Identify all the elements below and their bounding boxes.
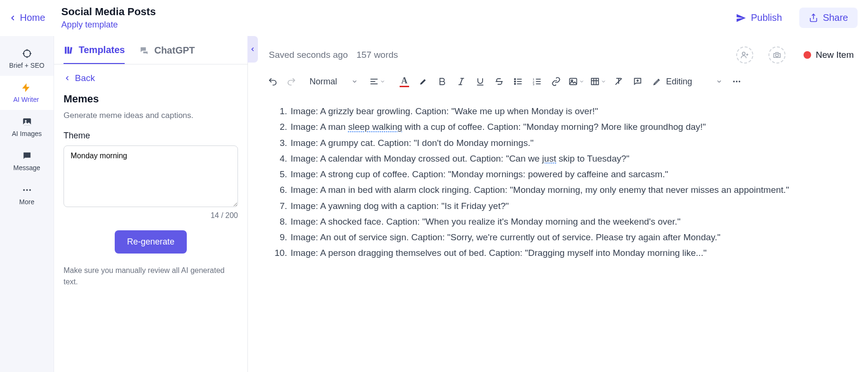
bold-button[interactable]: [434, 73, 451, 90]
sidebar-label: More: [19, 198, 35, 206]
redo-button[interactable]: [283, 73, 300, 90]
chevron-left-icon: [9, 14, 17, 22]
strikethrough-button[interactable]: [491, 73, 508, 90]
svg-point-9: [26, 189, 28, 191]
svg-rect-40: [592, 78, 599, 84]
sidebar-item-ai-writer[interactable]: AI Writer: [0, 76, 54, 110]
list-item[interactable]: Image: A man in bed with alarm clock rin…: [290, 182, 840, 198]
add-media-button[interactable]: [768, 46, 786, 64]
underline-button[interactable]: [472, 73, 489, 90]
share-button[interactable]: Share: [799, 8, 858, 28]
list-item[interactable]: Image: A shocked face. Caption: "When yo…: [290, 214, 840, 229]
list-item[interactable]: Image: A yawning dog with a caption: "Is…: [290, 198, 840, 214]
sidebar-item-more[interactable]: More: [0, 178, 54, 212]
home-label: Home: [20, 12, 45, 23]
list-item[interactable]: Image: A grumpy cat. Caption: "I don't d…: [290, 135, 840, 151]
new-item-status[interactable]: New Item: [804, 50, 854, 60]
chevron-down-icon: [601, 79, 606, 84]
sidebar-label: AI Writer: [13, 96, 39, 103]
image-insert-select[interactable]: [566, 73, 586, 90]
image-icon: [22, 117, 32, 127]
user-plus-icon: [740, 51, 749, 59]
panel-title: Memes: [64, 93, 238, 105]
more-icon: [732, 77, 741, 86]
paragraph-style-select[interactable]: Normal: [305, 74, 363, 90]
chevron-left-icon: [64, 74, 71, 82]
sidebar-label: Message: [13, 164, 40, 172]
editing-mode-select[interactable]: Editing: [653, 77, 722, 87]
editor-content[interactable]: Image: A grizzly bear growling. Caption:…: [248, 99, 868, 271]
theme-field-label: Theme: [64, 131, 238, 141]
home-link[interactable]: Home: [9, 12, 45, 23]
link-button[interactable]: [548, 73, 565, 90]
list-item[interactable]: Image: An out of service sign. Caption: …: [290, 229, 840, 245]
templates-panel: Templates ChatGPT Back Memes Generate me…: [54, 36, 248, 372]
underline-icon: [475, 77, 485, 86]
redo-icon: [287, 77, 296, 86]
clear-format-icon: [614, 77, 623, 86]
italic-button[interactable]: [453, 73, 470, 90]
list-item[interactable]: Image: A person dragging themselves out …: [290, 245, 840, 261]
tab-chatgpt[interactable]: ChatGPT: [139, 45, 195, 64]
svg-line-23: [460, 78, 463, 84]
list-item[interactable]: Image: A calendar with Monday crossed ou…: [290, 151, 840, 166]
editor-toolbar: Normal A: [248, 70, 868, 99]
sidebar: Brief + SEO AI Writer AI Images Message …: [0, 36, 54, 372]
list-item[interactable]: Image: A grizzly bear growling. Caption:…: [290, 103, 840, 119]
back-label: Back: [75, 73, 95, 83]
sidebar-item-brief-seo[interactable]: Brief + SEO: [0, 42, 54, 76]
regenerate-button[interactable]: Re-generate: [115, 230, 187, 254]
chevron-down-icon: [716, 78, 722, 85]
svg-point-47: [733, 81, 735, 82]
add-collaborator-button[interactable]: [736, 46, 753, 64]
tab-templates[interactable]: Templates: [64, 45, 125, 64]
collapse-panel-button[interactable]: [247, 36, 258, 63]
new-item-label: New Item: [816, 50, 854, 60]
chat-icon: [139, 45, 149, 56]
svg-rect-13: [70, 47, 73, 54]
apply-template-link[interactable]: Apply template: [61, 20, 155, 30]
theme-input[interactable]: [64, 145, 238, 207]
clear-formatting-button[interactable]: [610, 73, 627, 90]
tab-label: ChatGPT: [154, 45, 195, 56]
italic-icon: [457, 77, 466, 86]
chevron-down-icon: [579, 79, 585, 84]
align-select[interactable]: [367, 73, 387, 90]
panel-description: Generate meme ideas and captions.: [64, 111, 238, 120]
chevron-down-icon: [380, 79, 385, 84]
table-insert-select[interactable]: [588, 73, 608, 90]
back-link[interactable]: Back: [64, 73, 238, 83]
numbered-list-button[interactable]: 123: [529, 73, 546, 90]
svg-point-8: [23, 189, 25, 191]
svg-point-14: [742, 52, 745, 55]
spelling-suggestion[interactable]: just: [542, 154, 557, 163]
bullet-list-icon: [513, 77, 523, 86]
highlight-button[interactable]: [415, 73, 432, 90]
toolbar-more-button[interactable]: [728, 73, 745, 90]
svg-point-28: [514, 83, 516, 85]
font-color-button[interactable]: A: [396, 73, 413, 90]
publish-button[interactable]: Publish: [728, 9, 790, 27]
send-icon: [736, 13, 746, 23]
comment-button[interactable]: [629, 73, 646, 90]
svg-point-26: [514, 79, 516, 80]
highlighter-icon: [419, 77, 428, 86]
svg-rect-12: [67, 46, 69, 54]
sidebar-label: Brief + SEO: [9, 62, 44, 69]
comment-add-icon: [633, 77, 642, 86]
sidebar-item-message[interactable]: Message: [0, 144, 54, 178]
spelling-suggestion[interactable]: sleep walking: [348, 122, 402, 132]
list-item[interactable]: Image: A strong cup of coffee. Caption: …: [290, 166, 840, 182]
char-count: 14 / 200: [64, 211, 238, 220]
sidebar-item-ai-images[interactable]: AI Images: [0, 110, 54, 144]
chevron-left-icon: [249, 46, 256, 53]
saved-status: Saved seconds ago: [269, 50, 348, 60]
list-item[interactable]: Image: A man sleep walking with a cup of…: [290, 119, 840, 135]
svg-point-7: [25, 120, 27, 122]
chevron-down-icon: [351, 78, 358, 85]
message-icon: [22, 151, 32, 161]
books-icon: [64, 45, 74, 55]
svg-rect-11: [65, 46, 67, 54]
undo-button[interactable]: [264, 73, 281, 90]
bullet-list-button[interactable]: [510, 73, 527, 90]
